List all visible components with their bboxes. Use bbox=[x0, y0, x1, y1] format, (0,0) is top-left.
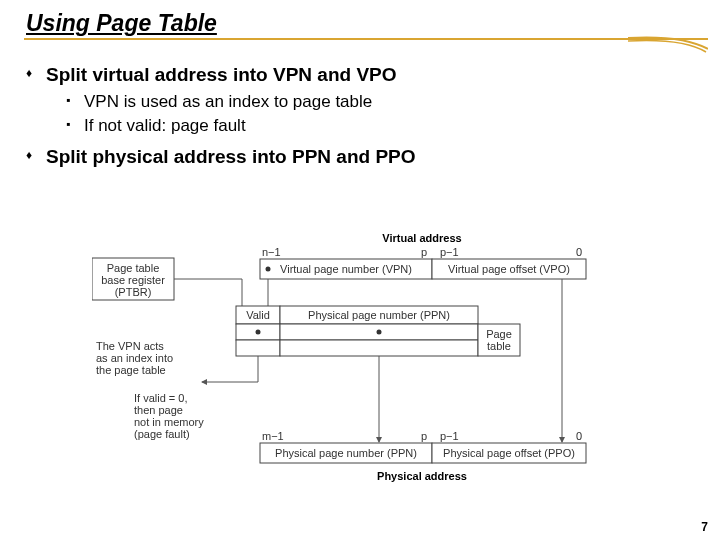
va-bit-n-1: n−1 bbox=[262, 246, 281, 258]
vpn-note-2: as an index into bbox=[96, 352, 173, 364]
svg-point-8 bbox=[256, 330, 261, 335]
vpo-box: Virtual page offset (VPO) bbox=[448, 263, 570, 275]
page-table-tab-2: table bbox=[487, 340, 511, 352]
fault-2: then page bbox=[134, 404, 183, 416]
svg-rect-10 bbox=[236, 340, 280, 356]
pa-bit-0: 0 bbox=[576, 430, 582, 442]
subbullet-page-fault: If not valid: page fault bbox=[66, 116, 694, 136]
pa-bit-p-1: p−1 bbox=[440, 430, 459, 442]
ppn-header: Physical page number (PPN) bbox=[308, 309, 450, 321]
svg-point-9 bbox=[377, 330, 382, 335]
page-number: 7 bbox=[701, 520, 708, 534]
fault-3: not in memory bbox=[134, 416, 204, 428]
ptbr-line2: base register bbox=[101, 274, 165, 286]
svg-point-1 bbox=[266, 267, 271, 272]
virtual-address-label: Virtual address bbox=[382, 232, 461, 244]
vpn-box: Virtual page number (VPN) bbox=[280, 263, 412, 275]
subbullet-vpn-index: VPN is used as an index to page table bbox=[66, 92, 694, 112]
ppo-box: Physical page offset (PPO) bbox=[443, 447, 575, 459]
va-bit-p: p bbox=[421, 246, 427, 258]
corner-swoosh bbox=[628, 35, 708, 53]
pa-bit-m-1: m−1 bbox=[262, 430, 284, 442]
ppn-box: Physical page number (PPN) bbox=[275, 447, 417, 459]
pa-bit-p: p bbox=[421, 430, 427, 442]
vpn-note-3: the page table bbox=[96, 364, 166, 376]
bullet-text: Split virtual address into VPN and VPO bbox=[46, 64, 397, 85]
ptbr-line3: (PTBR) bbox=[115, 286, 152, 298]
fault-4: (page fault) bbox=[134, 428, 190, 440]
vpn-note-1: The VPN acts bbox=[96, 340, 164, 352]
svg-rect-11 bbox=[280, 340, 478, 356]
ptbr-line1: Page table bbox=[107, 262, 160, 274]
address-translation-diagram: Virtual address n−1 p p−1 0 Virtual page… bbox=[92, 232, 652, 502]
slide-title: Using Page Table bbox=[0, 0, 720, 40]
fault-1: If valid = 0, bbox=[134, 392, 188, 404]
bullet-split-physical: Split physical address into PPN and PPO bbox=[26, 146, 694, 168]
physical-address-label: Physical address bbox=[377, 470, 467, 482]
bullet-split-virtual: Split virtual address into VPN and VPO V… bbox=[26, 64, 694, 136]
valid-header: Valid bbox=[246, 309, 270, 321]
title-rule bbox=[0, 38, 720, 44]
content-area: Split virtual address into VPN and VPO V… bbox=[0, 44, 720, 168]
va-bit-0: 0 bbox=[576, 246, 582, 258]
va-bit-p-1: p−1 bbox=[440, 246, 459, 258]
page-table-tab-1: Page bbox=[486, 328, 512, 340]
